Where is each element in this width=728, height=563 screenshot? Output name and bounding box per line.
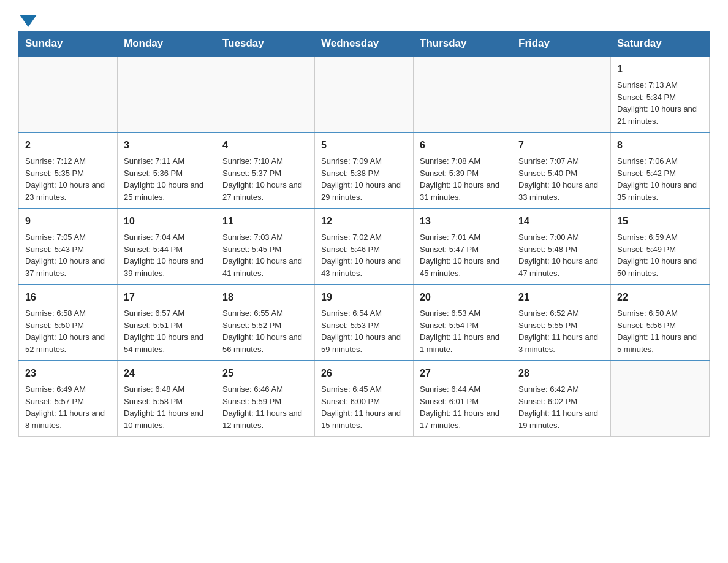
day-info-line: Sunset: 5:57 PM [25,396,111,408]
day-number: 6 [420,138,506,153]
day-info-line: Sunrise: 7:06 AM [617,155,703,167]
page-header [18,12,710,25]
day-number: 7 [518,138,604,153]
day-info-line: Daylight: 11 hours and 19 minutes. [518,407,604,431]
day-number: 23 [25,366,111,381]
weekday-monday: Monday [118,31,216,57]
calendar-week-row: 2Sunrise: 7:12 AMSunset: 5:35 PMDaylight… [19,132,710,209]
calendar-cell: 7Sunrise: 7:07 AMSunset: 5:40 PMDaylight… [512,132,611,209]
day-info-line: Sunset: 5:53 PM [321,320,407,332]
day-info-line: Sunset: 5:50 PM [25,320,111,332]
day-info-line: Sunrise: 6:57 AM [124,307,210,320]
logo-arrow-icon [20,15,37,27]
day-info-line: Sunset: 5:58 PM [124,396,210,408]
calendar-cell: 21Sunrise: 6:52 AMSunset: 5:55 PMDayligh… [512,285,611,361]
day-info-line: Sunset: 5:40 PM [518,167,604,180]
day-info-line: Daylight: 10 hours and 45 minutes. [420,255,506,279]
weekday-header-row: SundayMondayTuesdayWednesdayThursdayFrid… [19,31,710,57]
day-info-line: Sunrise: 6:46 AM [222,383,308,396]
day-info-line: Sunrise: 6:45 AM [321,383,407,396]
day-number: 15 [617,214,703,229]
day-number: 21 [518,290,604,305]
day-info-line: Sunrise: 7:02 AM [321,231,407,243]
day-number: 4 [222,138,308,153]
day-info-line: Daylight: 10 hours and 39 minutes. [124,255,210,279]
calendar-cell: 18Sunrise: 6:55 AMSunset: 5:52 PMDayligh… [216,285,315,361]
calendar-cell: 25Sunrise: 6:46 AMSunset: 5:59 PMDayligh… [216,361,315,437]
day-info-line: Sunrise: 7:12 AM [25,155,111,167]
day-info-line: Sunrise: 6:59 AM [617,231,703,243]
day-info-line: Sunrise: 7:09 AM [321,155,407,167]
day-info-line: Sunrise: 7:10 AM [222,155,308,167]
day-info-line: Sunrise: 6:58 AM [25,307,111,320]
day-info-line: Daylight: 11 hours and 1 minute. [420,331,506,355]
calendar-cell [118,56,216,132]
calendar-cell: 22Sunrise: 6:50 AMSunset: 5:56 PMDayligh… [611,285,710,361]
day-info-line: Sunset: 5:47 PM [420,243,506,256]
logo [18,12,37,25]
day-info-line: Daylight: 10 hours and 59 minutes. [321,331,407,355]
day-info-line: Daylight: 10 hours and 27 minutes. [222,179,308,203]
day-info-line: Sunset: 5:49 PM [617,243,703,256]
day-info-line: Sunrise: 7:04 AM [124,231,210,243]
day-info-line: Sunset: 5:59 PM [222,396,308,408]
calendar-cell: 1Sunrise: 7:13 AMSunset: 5:34 PMDaylight… [611,56,710,132]
day-info-line: Sunset: 6:01 PM [420,396,506,408]
day-info-line: Daylight: 10 hours and 54 minutes. [124,331,210,355]
day-info-line: Sunrise: 7:08 AM [420,155,506,167]
day-info-line: Sunrise: 6:42 AM [518,383,604,396]
day-number: 26 [321,366,407,381]
day-number: 14 [518,214,604,229]
day-info-line: Sunset: 5:45 PM [222,243,308,256]
calendar-week-row: 1Sunrise: 7:13 AMSunset: 5:34 PMDaylight… [19,56,710,132]
calendar-cell: 6Sunrise: 7:08 AMSunset: 5:39 PMDaylight… [414,132,512,209]
day-info-line: Daylight: 11 hours and 15 minutes. [321,407,407,431]
day-info-line: Daylight: 10 hours and 41 minutes. [222,255,308,279]
day-info-line: Sunset: 5:44 PM [124,243,210,256]
day-info-line: Sunset: 5:48 PM [518,243,604,256]
weekday-friday: Friday [512,31,611,57]
day-info-line: Daylight: 10 hours and 29 minutes. [321,179,407,203]
day-info-line: Daylight: 10 hours and 23 minutes. [25,179,111,203]
calendar-cell: 26Sunrise: 6:45 AMSunset: 6:00 PMDayligh… [315,361,414,437]
calendar-cell [216,56,315,132]
calendar-cell: 20Sunrise: 6:53 AMSunset: 5:54 PMDayligh… [414,285,512,361]
calendar-cell: 13Sunrise: 7:01 AMSunset: 5:47 PMDayligh… [414,209,512,285]
day-info-line: Daylight: 11 hours and 12 minutes. [222,407,308,431]
day-info-line: Daylight: 10 hours and 56 minutes. [222,331,308,355]
day-number: 28 [518,366,604,381]
day-number: 27 [420,366,506,381]
day-info-line: Sunrise: 7:13 AM [617,79,703,91]
day-number: 12 [321,214,407,229]
day-info-line: Sunset: 5:34 PM [617,91,703,104]
day-info-line: Sunrise: 7:05 AM [25,231,111,243]
day-number: 11 [222,214,308,229]
calendar-cell [512,56,611,132]
day-info-line: Sunrise: 6:49 AM [25,383,111,396]
calendar-week-row: 23Sunrise: 6:49 AMSunset: 5:57 PMDayligh… [19,361,710,437]
day-info-line: Sunset: 6:02 PM [518,396,604,408]
calendar-cell: 23Sunrise: 6:49 AMSunset: 5:57 PMDayligh… [19,361,118,437]
day-info-line: Daylight: 10 hours and 25 minutes. [124,179,210,203]
day-info-line: Sunrise: 6:48 AM [124,383,210,396]
weekday-sunday: Sunday [19,31,118,57]
calendar-cell: 27Sunrise: 6:44 AMSunset: 6:01 PMDayligh… [414,361,512,437]
day-number: 2 [25,138,111,153]
day-info-line: Sunset: 5:36 PM [124,167,210,180]
day-info-line: Daylight: 11 hours and 5 minutes. [617,331,703,355]
day-number: 13 [420,214,506,229]
day-info-line: Daylight: 10 hours and 33 minutes. [518,179,604,203]
day-info-line: Sunrise: 6:50 AM [617,307,703,320]
day-info-line: Daylight: 11 hours and 17 minutes. [420,407,506,431]
day-info-line: Sunrise: 6:52 AM [518,307,604,320]
day-info-line: Sunset: 5:51 PM [124,320,210,332]
calendar-cell: 5Sunrise: 7:09 AMSunset: 5:38 PMDaylight… [315,132,414,209]
calendar-table: SundayMondayTuesdayWednesdayThursdayFrid… [18,31,710,437]
day-info-line: Sunset: 5:42 PM [617,167,703,180]
day-info-line: Sunrise: 7:11 AM [124,155,210,167]
calendar-cell: 17Sunrise: 6:57 AMSunset: 5:51 PMDayligh… [118,285,216,361]
calendar-cell: 4Sunrise: 7:10 AMSunset: 5:37 PMDaylight… [216,132,315,209]
calendar-cell: 9Sunrise: 7:05 AMSunset: 5:43 PMDaylight… [19,209,118,285]
calendar-cell [19,56,118,132]
day-info-line: Sunrise: 6:53 AM [420,307,506,320]
